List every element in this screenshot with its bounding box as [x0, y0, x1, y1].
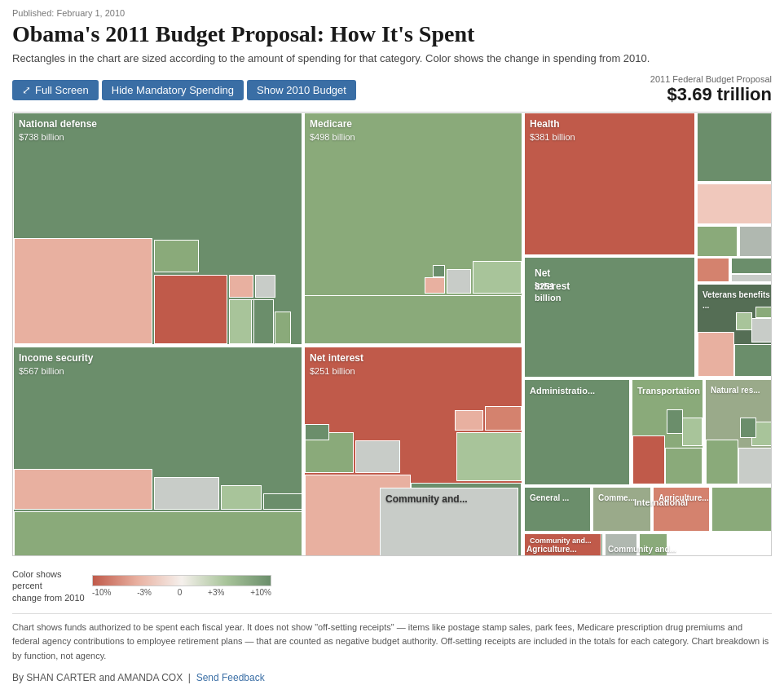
page-title: Obama's 2011 Budget Proposal: How It's S…	[12, 21, 772, 47]
veterans-cell[interactable]: Administratio...	[524, 379, 630, 485]
net-interest-cell[interactable]: Social security Net interest $251 billio…	[524, 257, 695, 378]
health-sub5	[697, 258, 729, 282]
feedback-link[interactable]: Send Feedback	[196, 672, 265, 683]
health-sub6	[731, 258, 772, 274]
health-sub7	[731, 274, 772, 282]
education-cell[interactable]: Veterans benefits ...	[697, 284, 772, 378]
energy-cell[interactable]	[711, 487, 772, 532]
health-sub3	[697, 226, 738, 257]
natural-res-cell[interactable]: General ...	[524, 487, 591, 532]
treemap-chart: National defense $738 billion Medicare $…	[12, 112, 772, 556]
hide-mandatory-button[interactable]: Hide Mandatory Spending	[102, 80, 244, 100]
health-sub1	[697, 113, 772, 182]
social-security-cell[interactable]: Income security $567 billion	[13, 347, 302, 556]
general-cell[interactable]: Comme...	[592, 487, 651, 532]
published-date: Published: February 1, 2010	[12, 8, 772, 18]
international-label: International	[634, 497, 688, 507]
footnote: Chart shows funds authorized to be spent…	[12, 613, 772, 664]
health-sub2	[697, 183, 772, 224]
health-cell[interactable]: Health $381 billion	[524, 113, 695, 255]
subtitle: Rectangles in the chart are sized accord…	[12, 52, 772, 64]
national-defense-cell[interactable]: National defense $738 billion	[13, 113, 302, 345]
budget-total: 2011 Federal Budget Proposal $3.69 trill…	[650, 74, 772, 105]
byline: By SHAN CARTER and AMANDA COX | Send Fee…	[12, 672, 772, 683]
show-2010-button[interactable]: Show 2010 Budget	[247, 80, 356, 100]
fullscreen-button[interactable]: ⤢ Full Screen	[12, 80, 99, 100]
commerce-cell[interactable]: Agriculture...	[653, 487, 710, 532]
fullscreen-icon: ⤢	[22, 84, 31, 96]
transportation-cell[interactable]: Community and...	[380, 488, 518, 556]
administration-cell[interactable]: Natural res...	[705, 379, 772, 485]
medicare-cell[interactable]: Medicare $498 billion	[304, 113, 522, 345]
legend: Color shows percent change from 2010 -10…	[12, 568, 772, 603]
legend-gradient	[92, 575, 271, 586]
international-cell[interactable]: Transportation	[632, 379, 703, 485]
health-sub4	[739, 226, 772, 257]
legend-labels: -10% -3% 0 +3% +10%	[92, 588, 271, 597]
